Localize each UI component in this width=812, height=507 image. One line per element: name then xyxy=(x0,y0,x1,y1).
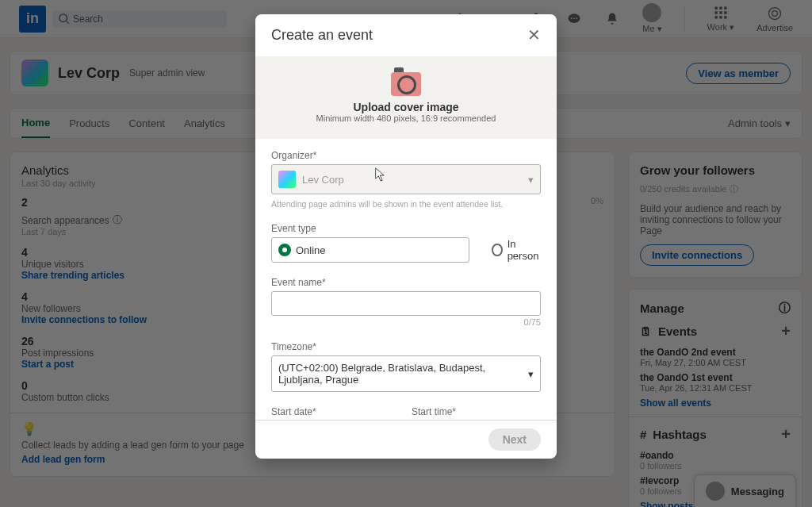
modal-overlay: Create an event ✕ Upload cover image Min… xyxy=(0,0,812,507)
organizer-logo xyxy=(278,171,296,188)
event-type-radio-group: Online In person xyxy=(271,237,541,263)
camera-icon xyxy=(391,72,421,96)
start-time-label: Start time* xyxy=(412,406,541,417)
close-icon[interactable]: ✕ xyxy=(527,25,541,44)
timezone-label: Timezone* xyxy=(271,341,541,352)
create-event-modal: Create an event ✕ Upload cover image Min… xyxy=(255,14,557,459)
event-type-label: Event type xyxy=(271,223,541,234)
modal-header: Create an event ✕ xyxy=(255,14,557,56)
event-type-online[interactable]: Online xyxy=(271,237,469,263)
event-name-counter: 0/75 xyxy=(271,317,541,327)
timezone-select[interactable]: (UTC+02:00) Belgrade, Bratislava, Budape… xyxy=(271,355,541,392)
modal-footer: Next xyxy=(255,420,557,459)
cover-upload-title: Upload cover image xyxy=(353,101,458,113)
event-name-input[interactable] xyxy=(271,291,541,316)
organizer-select[interactable]: Lev Corp ▾ xyxy=(271,164,541,194)
event-type-in-person[interactable]: In person xyxy=(492,238,541,262)
modal-title: Create an event xyxy=(271,27,373,44)
cover-upload-area[interactable]: Upload cover image Minimum width 480 pix… xyxy=(255,56,557,139)
chevron-down-icon: ▾ xyxy=(528,368,534,380)
chevron-down-icon: ▾ xyxy=(528,174,534,186)
event-name-label: Event name* xyxy=(271,277,541,288)
next-button[interactable]: Next xyxy=(488,428,541,451)
organizer-helper: Attending page admins will be shown in t… xyxy=(271,199,541,209)
cover-upload-sub: Minimum width 480 pixels, 16:9 recommend… xyxy=(316,113,496,123)
organizer-label: Organizer* xyxy=(271,150,541,161)
start-date-label: Start date* xyxy=(271,406,400,417)
modal-body[interactable]: Upload cover image Minimum width 480 pix… xyxy=(255,56,557,420)
